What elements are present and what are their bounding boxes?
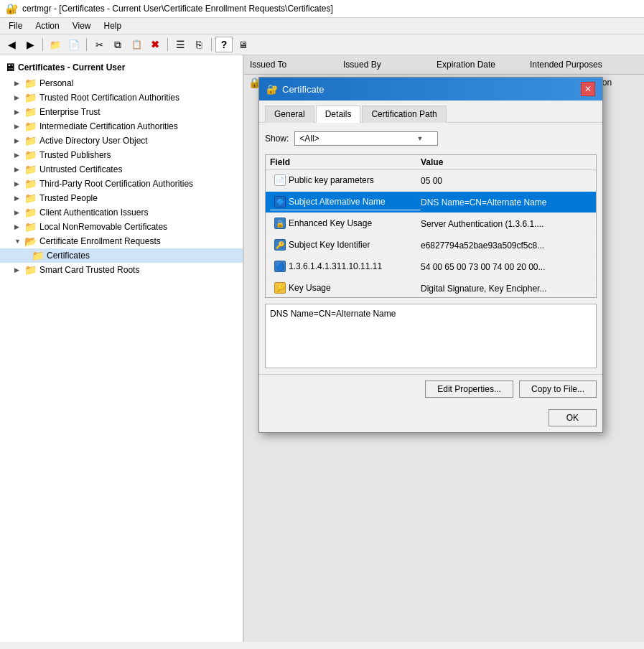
row-value: Digital Signature, Key Encipher... bbox=[421, 284, 592, 294]
table-row[interactable]: 🔒 Enhanced Key Usage Server Authenticati… bbox=[266, 213, 596, 235]
sidebar-item-label: Trusted Root Certification Authorities bbox=[39, 93, 179, 103]
properties-button[interactable]: ☰ bbox=[172, 37, 189, 52]
expand-arrow: ▶ bbox=[14, 223, 22, 230]
copy-button[interactable]: ⧉ bbox=[109, 37, 126, 52]
folder-icon: 📁 bbox=[24, 207, 37, 218]
row-value: Server Authentication (1.3.6.1.... bbox=[421, 219, 592, 229]
sidebar-item-label: Local NonRemovable Certificates bbox=[39, 222, 167, 232]
tab-certification-path[interactable]: Certification Path bbox=[362, 106, 446, 123]
folder-button[interactable]: 📁 bbox=[47, 37, 64, 52]
edit-properties-button[interactable]: Edit Properties... bbox=[425, 380, 513, 398]
sidebar-item-cert-enrollment[interactable]: ▼ 📂 Certificate Enrollment Requests bbox=[0, 234, 243, 248]
folder-icon: 📁 bbox=[24, 221, 37, 233]
dialog-title-bar: 🔐 Certificate ✕ bbox=[259, 78, 602, 101]
dialog-ok-row: OK bbox=[259, 403, 602, 432]
row-field-label: Subject Alternative Name bbox=[289, 197, 386, 207]
back-button[interactable]: ◀ bbox=[3, 37, 20, 52]
sidebar-item-untrusted[interactable]: ▶ 📁 Untrusted Certificates bbox=[0, 162, 243, 177]
tab-details[interactable]: Details bbox=[316, 106, 361, 123]
row-value: 05 00 bbox=[421, 176, 592, 186]
table-row[interactable]: 🔑 Subject Key Identifier e6827794a52bae9… bbox=[266, 235, 596, 256]
row-field-label: 1.3.6.1.4.1.311.10.11.11 bbox=[289, 261, 382, 271]
show-dropdown[interactable]: <All> ▼ bbox=[294, 131, 438, 146]
table-header: Field Value bbox=[266, 155, 596, 170]
sidebar-item-trusted-root[interactable]: ▶ 📁 Trusted Root Certification Authoriti… bbox=[0, 90, 243, 105]
sidebar-item-personal[interactable]: ▶ 📁 Personal bbox=[0, 76, 243, 90]
detail-value-text: DNS Name=CN=Alternate Name bbox=[270, 309, 396, 319]
folder-icon: 📁 bbox=[24, 78, 37, 89]
sidebar-item-smartcard[interactable]: ▶ 📁 Smart Card Trusted Roots bbox=[0, 263, 243, 277]
sidebar-item-client-auth[interactable]: ▶ 📁 Client Authentication Issuers bbox=[0, 205, 243, 220]
sidebar-item-intermediate[interactable]: ▶ 📁 Intermediate Certification Authoriti… bbox=[0, 119, 243, 134]
paste-button[interactable]: 📋 bbox=[128, 37, 145, 52]
info-button[interactable]: 🖥 bbox=[234, 37, 251, 52]
folder-icon: 📁 bbox=[24, 92, 37, 103]
dropdown-arrow-icon: ▼ bbox=[416, 135, 423, 142]
table-row[interactable]: 🔵 1.3.6.1.4.1.311.10.11.11 54 00 65 00 7… bbox=[266, 256, 596, 278]
title-bar-icon: 🔐 bbox=[6, 3, 18, 14]
expand-arrow: ▶ bbox=[14, 94, 22, 101]
left-panel: 🖥 Certificates - Current User ▶ 📁 Person… bbox=[0, 55, 244, 642]
dialog-title-text: Certificate bbox=[282, 84, 325, 95]
expand-arrow: ▶ bbox=[14, 108, 22, 116]
table-row[interactable]: 🔷 Subject Alternative Name DNS Name=CN=A… bbox=[266, 192, 596, 213]
sidebar-item-label: Client Authentication Issuers bbox=[39, 207, 148, 218]
sidebar-item-label: Third-Party Root Certification Authoriti… bbox=[39, 179, 193, 189]
row-icon: 🔑 bbox=[274, 239, 286, 251]
row-value: DNS Name=CN=Alternate Name bbox=[421, 197, 592, 207]
expand-arrow: ▶ bbox=[14, 137, 22, 144]
sidebar-item-trusted-people[interactable]: ▶ 📁 Trusted People bbox=[0, 191, 243, 205]
table-row[interactable]: 📄 Public key parameters 05 00 bbox=[266, 170, 596, 192]
folder-icon: 📁 bbox=[24, 106, 37, 118]
col-field: Field bbox=[270, 157, 421, 167]
cut-button[interactable]: ✂ bbox=[90, 37, 108, 52]
sidebar-item-enterprise[interactable]: ▶ 📁 Enterprise Trust bbox=[0, 105, 243, 119]
right-panel: Issued To Issued By Expiration Date Inte… bbox=[244, 55, 644, 642]
expand-arrow: ▶ bbox=[14, 166, 22, 173]
menu-bar: File Action View Help bbox=[0, 18, 644, 34]
dialog-close-button[interactable]: ✕ bbox=[581, 82, 595, 96]
menu-action[interactable]: Action bbox=[29, 19, 65, 32]
modal-overlay: 🔐 Certificate ✕ General Details Certific… bbox=[244, 55, 644, 642]
folder-icon: 📁 bbox=[24, 149, 37, 161]
dialog-tabs: General Details Certification Path bbox=[259, 101, 602, 123]
forward-button[interactable]: ▶ bbox=[22, 37, 39, 52]
menu-help[interactable]: Help bbox=[98, 19, 128, 32]
new-button[interactable]: 📄 bbox=[65, 37, 83, 52]
title-bar: 🔐 certmgr - [Certificates - Current User… bbox=[0, 0, 644, 18]
folder-icon: 📁 bbox=[24, 121, 37, 132]
sidebar-item-label: Trusted Publishers bbox=[39, 150, 111, 160]
tree-root[interactable]: 🖥 Certificates - Current User bbox=[0, 58, 243, 76]
tree-root-label: Certificates - Current User bbox=[18, 62, 125, 73]
ok-button[interactable]: OK bbox=[549, 409, 597, 426]
sidebar-item-label: Untrusted Certificates bbox=[39, 164, 122, 174]
sidebar-item-certificates[interactable]: 📁 Certificates bbox=[0, 248, 243, 263]
menu-file[interactable]: File bbox=[3, 19, 28, 32]
sidebar-item-ad-user[interactable]: ▶ 📁 Active Directory User Object bbox=[0, 134, 243, 148]
show-label: Show: bbox=[265, 134, 289, 144]
row-field-label: Public key parameters bbox=[289, 175, 374, 185]
row-field-label: Subject Key Identifier bbox=[289, 240, 370, 250]
tab-general[interactable]: General bbox=[265, 106, 314, 123]
row-icon: 🔷 bbox=[274, 196, 286, 207]
folder-icon: 📁 bbox=[24, 264, 37, 276]
detail-value-box: DNS Name=CN=Alternate Name bbox=[265, 304, 597, 368]
row-field-label: Key Usage bbox=[289, 283, 331, 293]
delete-button[interactable]: ✖ bbox=[146, 37, 164, 52]
sidebar-item-thirdparty[interactable]: ▶ 📁 Third-Party Root Certification Autho… bbox=[0, 177, 243, 191]
copy-to-file-button[interactable]: Copy to File... bbox=[519, 380, 597, 398]
menu-view[interactable]: View bbox=[67, 19, 97, 32]
help-button[interactable]: ? bbox=[215, 37, 233, 52]
toolbar: ◀ ▶ 📁 📄 ✂ ⧉ 📋 ✖ ☰ ⎘ ? 🖥 bbox=[0, 34, 644, 55]
row-field-label: Enhanced Key Usage bbox=[289, 218, 372, 228]
expand-arrow: ▶ bbox=[14, 180, 22, 187]
sidebar-item-label: Smart Card Trusted Roots bbox=[39, 265, 139, 275]
row-icon: 🔵 bbox=[274, 261, 286, 272]
table-row[interactable]: 🔑 Key Usage Digital Signature, Key Encip… bbox=[266, 278, 596, 298]
details-table: Field Value 📄 Public key parameters 05 0… bbox=[265, 154, 597, 298]
export-button[interactable]: ⎘ bbox=[190, 37, 207, 52]
folder-icon: 📁 bbox=[24, 164, 37, 175]
sidebar-item-trusted-pub[interactable]: ▶ 📁 Trusted Publishers bbox=[0, 148, 243, 162]
expand-arrow: ▶ bbox=[14, 266, 22, 274]
sidebar-item-local-nonremovable[interactable]: ▶ 📁 Local NonRemovable Certificates bbox=[0, 220, 243, 234]
